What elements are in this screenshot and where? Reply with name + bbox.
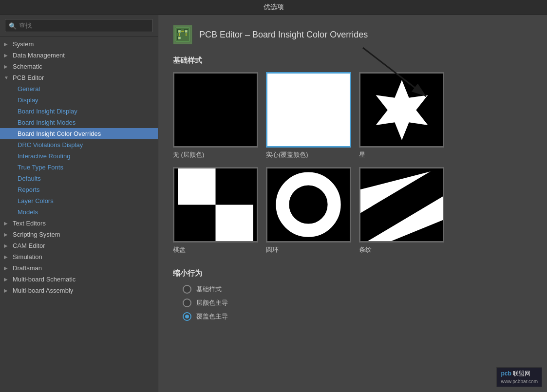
sidebar-label-system: System <box>13 40 34 48</box>
sidebar-label-multiboard-assembly: Multi-board Assembly <box>13 287 73 294</box>
svg-marker-14 <box>376 80 428 140</box>
expand-arrow-multiboard-schematic: ▶ <box>4 277 11 282</box>
pattern-box-solid[interactable] <box>266 72 351 148</box>
sidebar-item-multiboard-assembly[interactable]: ▶Multi-board Assembly <box>0 285 158 296</box>
content-area: PCB Editor – Board Insight Color Overrid… <box>158 15 547 392</box>
svg-point-17 <box>283 179 334 230</box>
pattern-box-star[interactable] <box>359 72 444 148</box>
pattern-box-stripe[interactable] <box>359 167 444 243</box>
sidebar-label-layer-colors: Layer Colors <box>18 197 54 205</box>
radio-label-layer-color: 层颜色主导 <box>196 299 228 307</box>
sidebar-item-layer-colors[interactable]: Layer Colors <box>0 195 158 206</box>
pattern-box-ring[interactable] <box>266 167 351 243</box>
pattern-label-stripe: 条纹 <box>359 245 372 254</box>
sidebar-item-drc-violations-display[interactable]: DRC Violations Display <box>0 139 158 150</box>
pattern-cell-none: 无 (层颜色) <box>173 72 258 159</box>
sidebar-label-data-management: Data Management <box>13 52 65 59</box>
pattern-label-solid: 实心(覆盖颜色) <box>266 150 308 159</box>
pattern-cell-checkerboard: 棋盘 <box>173 167 258 254</box>
sidebar-item-board-insight-display[interactable]: Board Insight Display <box>0 106 158 117</box>
sidebar-label-board-insight-modes: Board Insight Modes <box>18 119 75 126</box>
sidebar-label-interactive-routing: Interactive Routing <box>18 152 70 160</box>
pattern-grid: 无 (层颜色)实心(覆盖颜色)星棋盘圆环条纹 <box>173 72 444 254</box>
sidebar-label-multiboard-schematic: Multi-board Schematic <box>13 276 75 283</box>
sidebar-label-true-type-fonts: True Type Fonts <box>18 164 63 171</box>
sidebar-label-general: General <box>18 85 40 93</box>
radio-label-basic-style: 基础样式 <box>196 285 222 294</box>
sidebar-item-pcb-editor[interactable]: ▼PCB Editor <box>0 72 158 83</box>
radio-item-cover-color[interactable]: 覆盖色主导 <box>183 312 532 321</box>
pattern-cell-ring: 圆环 <box>266 167 351 254</box>
sidebar-label-drc-violations-display: DRC Violations Display <box>18 141 83 149</box>
svg-rect-0 <box>175 27 190 42</box>
sidebar-label-board-insight-color-overrides: Board Insight Color Overrides <box>18 130 101 137</box>
sidebar-label-scripting-system: Scripting System <box>13 231 60 238</box>
expand-arrow-multiboard-assembly: ▶ <box>4 288 11 293</box>
sidebar-item-board-insight-modes[interactable]: Board Insight Modes <box>0 117 158 128</box>
pattern-label-none: 无 (层颜色) <box>173 150 204 159</box>
svg-rect-15 <box>178 167 216 205</box>
svg-point-11 <box>179 31 180 32</box>
expand-arrow-scripting-system: ▶ <box>4 232 11 237</box>
sidebar-item-schematic[interactable]: ▶Schematic <box>0 61 158 72</box>
sidebar-item-data-management[interactable]: ▶Data Management <box>0 50 158 61</box>
sidebar-item-scripting-system[interactable]: ▶Scripting System <box>0 229 158 240</box>
search-input[interactable] <box>5 19 153 32</box>
sidebar-label-schematic: Schematic <box>13 63 42 70</box>
pcb-editor-icon <box>173 25 192 44</box>
tree: ▶System▶Data Management▶Schematic▼PCB Ed… <box>0 37 158 392</box>
pattern-label-ring: 圆环 <box>266 245 279 254</box>
sidebar-item-simulation[interactable]: ▶Simulation <box>0 251 158 262</box>
sidebar-item-models[interactable]: Models <box>0 206 158 218</box>
watermark-url: www.pcbbar.com <box>501 379 538 384</box>
sidebar-label-cam-editor: CAM Editor <box>13 242 45 249</box>
sidebar-item-reports[interactable]: Reports <box>0 184 158 195</box>
watermark-text: 联盟网 <box>513 370 530 377</box>
sidebar-item-cam-editor[interactable]: ▶CAM Editor <box>0 240 158 251</box>
pattern-label-star: 星 <box>359 150 365 159</box>
sidebar-label-board-insight-display: Board Insight Display <box>18 108 77 115</box>
expand-arrow-schematic: ▶ <box>4 64 11 69</box>
section-basic-title: 基础样式 <box>173 56 532 65</box>
radio-group: 基础样式层颜色主导覆盖色主导 <box>183 285 532 321</box>
sidebar-label-simulation: Simulation <box>13 253 42 261</box>
sidebar-item-multiboard-schematic[interactable]: ▶Multi-board Schematic <box>0 274 158 285</box>
sidebar-item-interactive-routing[interactable]: Interactive Routing <box>0 150 158 162</box>
sidebar-item-board-insight-color-overrides[interactable]: Board Insight Color Overrides <box>0 128 158 139</box>
pattern-box-none[interactable] <box>173 72 258 148</box>
sidebar-item-defaults[interactable]: Defaults <box>0 173 158 184</box>
sidebar-item-text-editors[interactable]: ▶Text Editors <box>0 218 158 229</box>
sidebar-item-system[interactable]: ▶System <box>0 38 158 50</box>
pattern-cell-star: 星 <box>359 72 444 159</box>
sidebar-label-pcb-editor: PCB Editor <box>13 74 44 81</box>
svg-point-13 <box>179 37 180 39</box>
sidebar-item-display[interactable]: Display <box>0 94 158 106</box>
svg-point-12 <box>186 31 187 32</box>
expand-arrow-draftsman: ▶ <box>4 265 11 271</box>
pattern-cell-solid: 实心(覆盖颜色) <box>266 72 351 159</box>
radio-circle-cover-color <box>183 312 191 321</box>
pattern-label-checkerboard: 棋盘 <box>173 245 186 254</box>
svg-rect-16 <box>216 205 254 243</box>
watermark-brand: pcb <box>501 370 511 377</box>
sidebar-item-true-type-fonts[interactable]: True Type Fonts <box>0 162 158 173</box>
radio-item-layer-color[interactable]: 层颜色主导 <box>183 299 532 307</box>
radio-item-basic-style[interactable]: 基础样式 <box>183 285 532 294</box>
sidebar-label-defaults: Defaults <box>18 175 41 182</box>
expand-arrow-simulation: ▶ <box>4 254 11 260</box>
sidebar-label-draftsman: Draftsman <box>13 264 42 272</box>
section-behavior-title: 缩小行为 <box>173 269 532 278</box>
sidebar-item-general[interactable]: General <box>0 83 158 94</box>
sidebar-label-display: Display <box>18 96 38 104</box>
sidebar-item-draftsman[interactable]: ▶Draftsman <box>0 262 158 274</box>
expand-arrow-pcb-editor: ▼ <box>4 75 11 80</box>
expand-arrow-data-management: ▶ <box>4 53 11 58</box>
radio-circle-layer-color <box>183 299 191 307</box>
sidebar-label-reports: Reports <box>18 186 40 193</box>
pattern-box-checkerboard[interactable] <box>173 167 258 243</box>
expand-arrow-text-editors: ▶ <box>4 221 11 226</box>
sidebar-label-text-editors: Text Editors <box>13 220 46 227</box>
radio-circle-basic-style <box>183 285 191 294</box>
title-bar: 优选项 <box>0 0 547 15</box>
expand-arrow-system: ▶ <box>4 41 11 47</box>
